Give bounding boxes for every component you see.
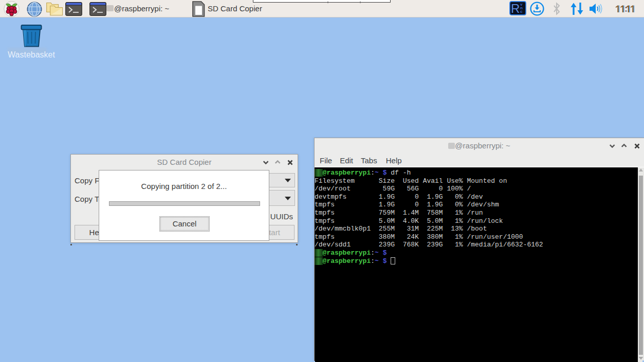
svg-text:R: R <box>511 2 520 15</box>
svg-text:c: c <box>520 9 523 14</box>
